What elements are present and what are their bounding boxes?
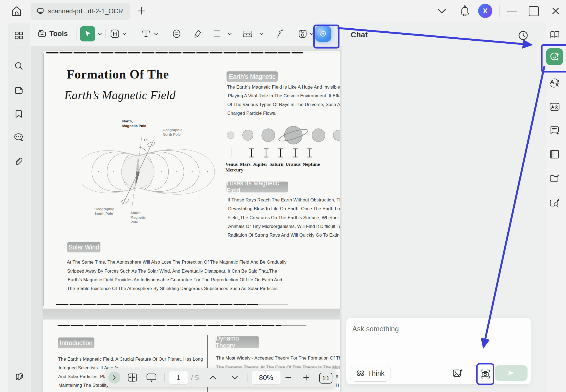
doc-line: The Earth’s Magnetic Field Is Like A Hug… [227,85,340,90]
page-number-input[interactable]: 1 [169,371,188,384]
diagram-label-geo-south: GeographicSouth Pole [94,207,114,216]
diagram-label-geo-north: GeographicNorth Pole [163,128,182,137]
doc-line: The Earth’s Magnetic Field, A Crucial Fe… [58,357,203,362]
heading-tool-chevron-icon[interactable] [122,31,127,36]
doc-line: If These Rays Reach The Earth Without Ob… [228,197,340,203]
badge-solar-wind: Solar Wind [67,242,100,252]
zoom-level-control[interactable]: 80% [252,371,281,384]
thumbnails-grid-icon[interactable] [13,30,24,41]
tools-label: Tools [49,29,68,38]
magnetic-field-diagram: North,Magnetic Pole GeographicNorth Pole… [82,117,224,230]
text-tool-chevron-icon[interactable] [154,31,159,36]
screenshot-camera-button[interactable] [476,363,494,385]
pages-file-icon[interactable] [13,85,24,96]
scan-edge [43,53,44,306]
page-gap [43,309,340,319]
ocr-heading-tool-icon[interactable] [110,29,120,39]
toolbox-icon [37,29,47,38]
send-plane-icon [507,368,516,378]
actual-size-button[interactable]: 1:1 [319,373,332,384]
chat-input-card[interactable]: Ask something Think [346,317,531,385]
theme-swatches-icon[interactable] [13,371,24,382]
ai-search-doc-icon[interactable] [549,197,560,208]
bookmark-icon[interactable] [13,108,24,119]
pen-tool-icon[interactable] [192,29,202,39]
add-image-icon[interactable] [452,368,463,379]
ai-button-highlight-box [313,25,339,49]
signature-tool-icon[interactable] [274,29,284,39]
shape-tool-icon[interactable] [212,29,222,39]
actual-size-label: 1:1 [323,375,329,381]
cursor-icon [84,30,91,38]
zoom-level-value: 80% [259,373,273,382]
search-icon[interactable] [13,61,24,71]
chat-title: Chat [351,31,368,39]
camera-icon [480,369,491,379]
presentation-mode-icon[interactable] [146,372,157,383]
titlebar-divider [499,5,500,17]
planets-caption: Venus Mars Jupiter Saturn Uranus Neptune… [225,161,340,173]
annotation-toolbar [76,24,290,43]
collapse-toolbar-button[interactable] [108,372,120,384]
comment-tool-icon[interactable] [172,29,181,39]
zoom-out-minus-icon[interactable] [283,372,294,383]
ai-folder-icon[interactable] [549,173,560,184]
scan-line-tail [303,53,336,53]
document-tab[interactable]: scanned-pd...df-2-1_OCR [31,3,130,20]
pdf-page-1[interactable]: Formation Of The Earth’s Magnetic Field … [43,51,340,309]
notifications-bell-icon[interactable] [459,5,470,17]
attachment-paperclip-icon[interactable] [13,156,24,167]
translate-page-icon[interactable] [549,101,560,112]
doc-line: The Stable Existence Of The Atmosphere B… [67,286,279,291]
doc-title-line2: Earth’s Magnetic Field [64,88,175,102]
close-button[interactable] [551,6,561,16]
ai-read-book-icon[interactable] [549,29,560,40]
avatar[interactable]: X [478,4,492,18]
doc-line: Stripped Away By Forces Such As The Sola… [67,269,277,274]
two-page-view-icon[interactable] [127,372,138,383]
shape-tool-chevron-icon[interactable] [227,31,232,36]
reader-book-icon[interactable] [549,149,560,160]
minimize-button[interactable] [507,11,517,11]
scan-line [56,304,258,305]
document-canvas[interactable]: Formation Of The Earth’s Magnetic Field … [31,46,342,392]
doc-line: Playing A Vital Role In The Cosmic Envir… [228,93,340,98]
doc-line: Earth’s Magnetic Field Provides An Indis… [68,277,282,282]
maximize-button[interactable] [529,6,539,16]
badge-earths-magnetic: Earth's Magnetic [227,71,278,82]
scan-line-tail [258,304,288,305]
home-icon[interactable] [11,5,22,17]
select-tool-button[interactable] [80,26,95,41]
next-page-chevron-icon[interactable] [229,372,240,383]
scan-line [46,52,303,53]
measure-tool-chevron-icon[interactable] [259,31,264,36]
monitor-icon [37,7,44,15]
chat-history-icon[interactable] [517,29,529,41]
measure-ruler-tool-icon[interactable] [243,29,252,39]
tab-title: scanned-pd...df-2-1_OCR [48,7,123,15]
text-tool-icon[interactable] [141,29,151,39]
ai-summary-icon[interactable] [549,125,560,136]
diagram-label-north-magnetic: North,Magnetic Pole [122,119,146,128]
toolbar-divider [105,29,106,38]
previous-page-chevron-icon[interactable] [207,372,218,383]
atom-icon [356,369,365,378]
ai-translate-icon[interactable] [549,78,560,89]
comments-icon[interactable] [13,132,24,143]
badge-dynamo-theory: Dynamo Theory [216,336,259,348]
send-button[interactable] [495,365,528,381]
think-label: Think [368,369,384,377]
chat-input-placeholder[interactable]: Ask something [352,325,399,333]
stamp-tool-icon[interactable] [298,29,308,39]
think-button[interactable]: Think [350,365,391,382]
window-chevron-down-icon[interactable] [437,8,447,15]
diagram-label-south-magnetic: SouthMagneticPole [130,210,146,224]
doc-line: Radiation Of Strong Rays And Will Quickl… [228,233,340,238]
doc-line: Of The Various Types Of Rays in The Univ… [227,102,340,107]
select-tool-chevron-icon[interactable] [97,31,102,36]
tools-button[interactable]: Tools [33,24,74,43]
new-tab-icon[interactable] [136,6,146,16]
ai-chat-highlight-box [541,44,566,73]
doc-line: Devastating Blow To Life On Earth. Once … [228,206,340,211]
zoom-in-plus-icon[interactable] [301,372,312,383]
